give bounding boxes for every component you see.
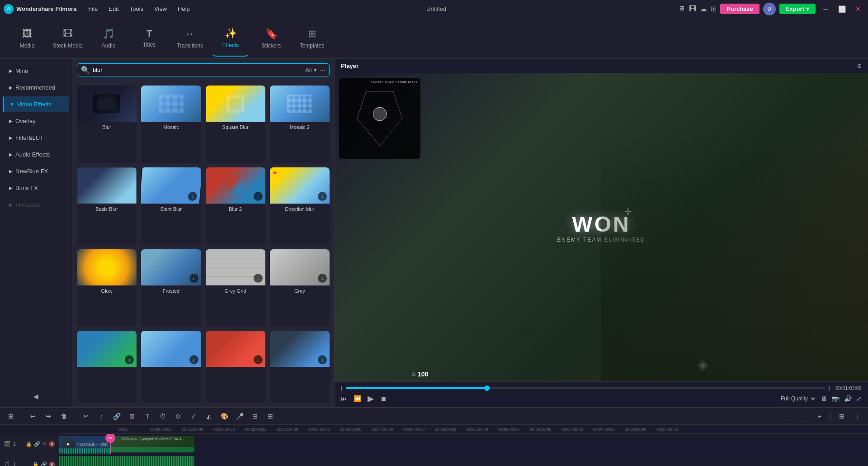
tl-pip-btn[interactable]: ⊞ — [264, 410, 277, 423]
link-icon[interactable]: 🔗 — [41, 461, 47, 466]
sidebar-item-overlay[interactable]: ▶ Overlay — [3, 113, 69, 129]
volume-icon[interactable]: 🔊 — [844, 395, 852, 402]
effect-grey-grid[interactable]: ↓ Grey Grid — [206, 249, 265, 327]
menu-file[interactable]: File — [84, 4, 102, 14]
stop-button[interactable]: ⏹ — [380, 395, 387, 402]
quality-select[interactable]: Full Quality Half Quality — [779, 395, 816, 402]
tl-cut-btn[interactable]: ✂ — [80, 410, 92, 423]
effect-more-2[interactable]: ↓ — [141, 331, 201, 403]
playhead[interactable]: ✂ — [110, 434, 111, 454]
effect-basic-blur[interactable]: Basic Blur — [77, 167, 137, 245]
screenshot-icon[interactable]: 📷 — [832, 395, 840, 402]
tool-stock-media[interactable]: 🎞 Stock Media — [50, 20, 86, 57]
track-controls-audio: 🔒 🔗 🔇 — [33, 461, 55, 466]
sidebar-item-audio-effects[interactable]: ▶ Audio Effects — [3, 147, 69, 162]
effect-more-4[interactable]: ↓ — [270, 331, 330, 403]
sidebar-item-newblue-fx[interactable]: ▶ NewBlue FX — [3, 163, 69, 179]
ruler-mark: 00:02:00:00 — [244, 427, 276, 432]
chevron-icon: ▶ — [9, 135, 13, 140]
effect-blur2-thumb: ↓ — [206, 167, 265, 204]
effect-more-1[interactable]: ↓ — [77, 331, 137, 403]
effect-square-blur[interactable]: Square Blur — [206, 86, 265, 163]
effect-blur[interactable]: Blur — [77, 86, 137, 163]
sidebar-item-recommended[interactable]: ▶ Recommended — [3, 80, 69, 95]
tl-color-btn[interactable]: 🎨 — [218, 410, 231, 423]
maximize-button[interactable]: ⬜ — [835, 3, 848, 15]
eye-icon[interactable]: 👁 — [42, 441, 47, 447]
effect-slant-blur[interactable]: ↓ Slant Blur — [141, 167, 201, 245]
effect-mosaic2[interactable]: Mosaic 2 — [270, 86, 330, 163]
tl-crop-btn[interactable]: ⊠ — [126, 410, 138, 423]
progress-bar[interactable] — [346, 387, 825, 389]
effect-direction-blur[interactable]: ❤ ↓ Direction blur — [270, 167, 330, 245]
prev-button[interactable]: ⏮ — [341, 395, 347, 402]
tool-stickers[interactable]: 🔖 Stickers — [253, 20, 289, 57]
more-options-icon[interactable]: ··· — [320, 66, 326, 74]
tl-plus-zoom[interactable]: + — [813, 410, 826, 423]
menu-help[interactable]: Help — [173, 4, 194, 14]
tl-caption-btn[interactable]: ⊟ — [249, 410, 261, 423]
video-clip-b[interactable]: Y2Mate.is - I played VALORANT for 3... — [111, 436, 194, 452]
effect-mosaic[interactable]: Mosaic — [141, 86, 201, 163]
tl-minus-zoom[interactable]: — — [783, 410, 795, 423]
menu-tools[interactable]: Tools — [125, 4, 148, 14]
tl-speed-btn[interactable]: ⏱ — [156, 410, 169, 423]
tl-grid-icon[interactable]: ⊞ — [5, 410, 17, 423]
tl-redo-btn[interactable]: ↪ — [42, 410, 55, 423]
link-icon[interactable]: 🔗 — [34, 441, 40, 447]
tool-effects[interactable]: ✨ Effects — [212, 20, 249, 57]
close-button[interactable]: ✕ — [852, 3, 864, 15]
tl-delete-btn[interactable]: 🗑 — [57, 410, 70, 423]
user-avatar[interactable]: U — [763, 3, 776, 15]
audio-clip[interactable] — [59, 456, 194, 466]
tl-layout-btn[interactable]: ⊞ — [835, 410, 848, 423]
tl-text-btn[interactable]: T — [141, 410, 154, 423]
sidebar-item-filter-lut[interactable]: ▶ Filter&LUT — [3, 130, 69, 146]
tl-undo-btn[interactable]: ↩ — [27, 410, 39, 423]
tool-media[interactable]: 🖼 Media — [9, 20, 45, 57]
tl-audio-btn[interactable]: ♪ — [95, 410, 108, 423]
tl-audio2-btn[interactable]: 🎤 — [233, 410, 246, 423]
effect-more-3[interactable]: ↓ — [206, 331, 265, 403]
sidebar-item-mine[interactable]: ▶ Mine — [3, 63, 69, 79]
tl-timer-btn[interactable]: ⊙ — [172, 410, 184, 423]
track-header-video-1: 🎬 1 🔒 🔗 👁 🔇 — [0, 434, 59, 454]
sidebar-item-filmstock[interactable]: ▶ Filmstock — [3, 197, 69, 213]
tl-link-btn[interactable]: 🔗 — [110, 410, 123, 423]
player-expand-icon[interactable]: ⊞ — [857, 63, 862, 69]
templates-icon: ⊞ — [308, 28, 316, 40]
effect-glow[interactable]: Glow — [77, 249, 137, 327]
minimize-button[interactable]: ─ — [819, 3, 832, 15]
mute-icon[interactable]: 🔇 — [49, 441, 55, 447]
tool-audio[interactable]: 🎵 Audio — [90, 20, 127, 57]
tool-transitions[interactable]: ↔ Transitions — [172, 20, 208, 57]
screen-icon[interactable]: 🖥 — [821, 395, 827, 402]
effect-blur2[interactable]: ↓ Blur 2 — [206, 167, 265, 245]
mute-icon[interactable]: 🔇 — [49, 461, 55, 466]
tool-templates[interactable]: ⊞ Templates — [294, 20, 330, 57]
menu-edit[interactable]: Edit — [104, 4, 123, 14]
purchase-button[interactable]: Purchase — [720, 4, 760, 14]
progress-knob[interactable] — [484, 385, 490, 391]
tl-mask-btn[interactable]: ◭ — [203, 410, 215, 423]
tool-titles[interactable]: T Titles — [131, 20, 167, 57]
lock-icon[interactable]: 🔒 — [26, 441, 32, 447]
search-filter[interactable]: All ▾ — [305, 67, 316, 73]
fullscreen-icon[interactable]: ⤢ — [856, 395, 862, 402]
step-back-button[interactable]: ⏪ — [354, 395, 361, 402]
effect-frosted[interactable]: ↓ Frosted — [141, 249, 201, 327]
search-input[interactable] — [93, 67, 302, 73]
menu-view[interactable]: View — [150, 4, 171, 14]
lock-icon[interactable]: 🔒 — [33, 461, 39, 466]
effect-grey[interactable]: ↓ Grey — [270, 249, 330, 327]
play-button[interactable]: ▶ — [368, 394, 374, 404]
tl-more-btn[interactable]: ⋮ — [851, 410, 863, 423]
tl-dash-btn[interactable]: – — [798, 410, 811, 423]
waveform-small — [111, 447, 194, 452]
sidebar-item-boris-fx[interactable]: ▶ Boris FX — [3, 180, 69, 196]
sidebar-collapse-btn[interactable]: ◀ — [0, 389, 72, 404]
window-title: Untitled — [194, 5, 678, 12]
export-button[interactable]: Export ▾ — [779, 4, 816, 14]
tl-transform-btn[interactable]: ⤢ — [187, 410, 200, 423]
sidebar-item-video-effects[interactable]: ▼ Video Effects — [3, 96, 69, 112]
